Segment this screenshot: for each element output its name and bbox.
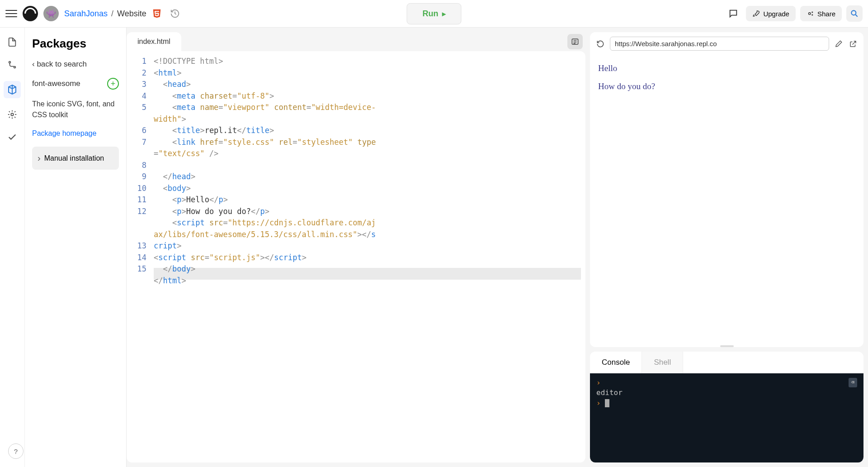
breadcrumb: SarahJonas / Website <box>64 9 146 19</box>
markdown-icon[interactable] <box>567 34 583 49</box>
breadcrumb-user[interactable]: SarahJonas <box>64 9 108 19</box>
terminal[interactable]: › editor › ⌫ <box>590 373 863 462</box>
svg-point-4 <box>11 113 14 116</box>
sidebar-title: Packages <box>32 37 119 51</box>
top-bar: 👾 SarahJonas / Website Run Upgrade Share <box>0 0 868 28</box>
history-icon[interactable] <box>170 9 180 19</box>
package-description: The iconic SVG, font, and CSS toolkit <box>32 99 119 120</box>
run-button[interactable]: Run <box>407 3 462 24</box>
preview-content: Hello How do you do? <box>590 55 863 345</box>
add-package-button[interactable]: + <box>107 78 119 90</box>
tab-console[interactable]: Console <box>590 352 642 373</box>
html5-icon <box>152 9 162 19</box>
svg-point-3 <box>14 67 16 68</box>
avatar[interactable]: 👾 <box>43 6 59 21</box>
code-editor[interactable]: 123456789101112131415 <!DOCTYPE html><ht… <box>127 51 585 462</box>
resize-handle[interactable] <box>720 345 734 347</box>
tab-shell[interactable]: Shell <box>642 352 683 373</box>
settings-icon[interactable] <box>6 108 19 121</box>
package-name: font-awesome <box>32 79 80 88</box>
breadcrumb-project[interactable]: Website <box>117 9 146 19</box>
terminal-output: editor <box>596 388 623 397</box>
upgrade-button[interactable]: Upgrade <box>746 6 796 21</box>
check-icon[interactable] <box>6 131 19 143</box>
share-icon <box>807 10 815 18</box>
file-tab[interactable]: index.html <box>127 32 181 51</box>
file-tabs: index.html <box>127 32 585 51</box>
share-label: Share <box>817 10 835 18</box>
breadcrumb-sep: / <box>111 9 113 19</box>
svg-point-0 <box>808 13 811 15</box>
menu-icon[interactable] <box>5 8 17 19</box>
upgrade-label: Upgrade <box>763 10 789 18</box>
console-panel: Console Shell › editor › ⌫ <box>590 352 863 462</box>
edit-icon[interactable] <box>834 39 844 49</box>
clear-icon[interactable]: ⌫ <box>849 378 857 387</box>
help-icon[interactable]: ? <box>8 443 24 459</box>
rail-bar <box>0 28 25 467</box>
packages-icon[interactable] <box>4 81 21 98</box>
prompt-icon: › <box>596 378 601 387</box>
url-input[interactable] <box>610 37 829 51</box>
package-homepage-link[interactable]: Package homepage <box>32 129 119 138</box>
preview-panel: Hello How do you do? <box>590 32 863 347</box>
sidebar: Packages ‹ back to search font-awesome +… <box>25 28 126 467</box>
prompt-icon: › <box>596 399 601 407</box>
back-to-search[interactable]: ‹ back to search <box>32 60 119 69</box>
share-button[interactable]: Share <box>800 6 842 21</box>
svg-point-1 <box>851 10 856 15</box>
chat-icon[interactable] <box>725 5 741 22</box>
manual-install-toggle[interactable]: Manual installation <box>32 147 119 170</box>
open-external-icon[interactable] <box>848 39 858 49</box>
terminal-cursor <box>605 399 609 407</box>
files-icon[interactable] <box>6 36 19 48</box>
reload-icon[interactable] <box>595 39 605 49</box>
logo-icon[interactable] <box>23 6 38 21</box>
version-icon[interactable] <box>6 58 19 71</box>
run-label: Run <box>423 9 439 19</box>
search-icon[interactable] <box>846 5 863 22</box>
svg-point-2 <box>9 62 11 63</box>
rocket-icon <box>752 10 760 18</box>
